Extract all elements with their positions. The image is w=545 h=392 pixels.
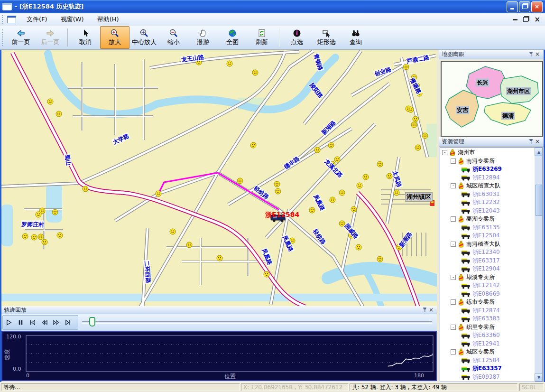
vehicle-smiley-marker[interactable] [38,234,44,240]
toolbar-button-cancel[interactable]: 取消 [71,26,100,49]
vehicle-smiley-marker[interactable] [196,59,202,65]
toolbar-button-prev-page[interactable]: 前一页 [6,26,36,49]
playback-skip-end-button[interactable] [62,317,74,328]
vehicle-smiley-marker[interactable] [422,133,428,139]
vehicle-smiley-marker[interactable] [394,190,399,196]
mdi-child-icon[interactable] [7,16,16,23]
vehicle-smiley-marker[interactable] [156,191,161,196]
vehicle-smiley-marker[interactable] [339,221,345,226]
vehicle-smiley-marker[interactable] [57,233,63,238]
menu-help[interactable]: 帮助(H) [91,14,126,25]
scroll-up-button[interactable]: ▲ [535,148,543,156]
playback-skip-start-button[interactable] [27,317,38,328]
pin-icon[interactable] [527,138,534,145]
toolbar-button-zoom-out[interactable]: 缩小 [159,26,188,49]
eagle-eye-map[interactable]: 长兴 湖州市区 安吉 德清 [441,61,543,137]
tree-vehicle[interactable]: 浙E12894 [440,174,534,182]
tree-group-4[interactable]: -埭溪专卖所 [440,273,534,282]
vehicle-smiley-marker[interactable] [217,255,222,261]
toolbar-button-refresh[interactable]: 刷新 [247,26,277,49]
tree-vehicle[interactable]: 浙E12043 [440,207,534,215]
tree-vehicle[interactable]: 浙E12904 [440,265,534,273]
playback-fast-forward-button[interactable] [50,317,62,328]
tree-vehicle[interactable]: 浙E63383 [440,315,534,323]
vehicle-smiley-marker[interactable] [377,161,383,167]
tree-vehicle[interactable]: 浙E12941 [440,340,534,348]
mdi-close-button[interactable]: × [534,17,540,22]
tree-vehicle[interactable]: 浙E63135 [440,224,534,232]
tree-group-6[interactable]: -织里专卖所 [440,323,534,332]
tree-vehicle[interactable]: 浙E63357 [440,364,534,373]
playback-rewind-button[interactable] [38,317,50,328]
vehicle-smiley-marker[interactable] [274,181,280,187]
scroll-down-button[interactable]: ▼ [535,373,543,382]
vehicle-smiley-marker[interactable] [377,256,383,262]
tree-group-3[interactable]: -南浔稽查大队 [440,240,534,249]
vehicle-smiley-marker[interactable] [31,234,37,240]
close-button[interactable]: × [531,1,543,12]
vehicle-smiley-marker[interactable] [330,197,335,203]
vehicle-smiley-marker[interactable] [416,91,422,96]
tree-vehicle[interactable]: 浙E63317 [440,257,534,265]
vehicle-smiley-marker[interactable] [408,107,414,112]
toolbar-grip[interactable] [2,29,4,46]
tree-scrollbar[interactable]: ▲ ▼ [535,148,542,382]
tree-vehicle[interactable]: 浙E12504 [440,232,534,240]
tree-expander[interactable]: - [451,349,456,355]
vehicle-smiley-marker[interactable] [413,116,418,122]
vehicle-smiley-marker[interactable] [339,190,345,196]
tree-expander[interactable]: - [451,216,456,222]
tree-group-1[interactable]: -城区稽查大队 [440,182,534,190]
tree-expander[interactable]: - [442,150,447,155]
vehicle-smiley-marker[interactable] [356,244,361,250]
map-canvas[interactable]: 龙王山路青铜路陵阳路创业路芦塘二路潘塘路新湖路德丰路龙溪北路轻纺路轻纺路凤凰路凤… [1,49,437,307]
toolbar-button-pan[interactable]: 漫游 [188,26,218,49]
minimize-button[interactable] [507,1,518,12]
vehicle-smiley-marker[interactable] [42,239,47,245]
vehicle-smiley-marker[interactable] [414,83,420,89]
tree-vehicle[interactable]: 浙E12874 [440,307,534,315]
tree-vehicle[interactable]: 浙E12584 [440,356,534,365]
toolbar-button-rect-select[interactable]: 矩形选 [312,26,341,49]
playback-play-button[interactable] [3,317,15,328]
close-icon[interactable]: × [534,51,541,57]
vehicle-smiley-marker[interactable] [309,207,315,213]
vehicle-smiley-marker[interactable] [349,233,354,238]
vehicle-smiley-marker[interactable] [328,142,334,148]
vehicle-smiley-marker[interactable] [334,157,340,162]
vehicle-smiley-marker[interactable] [363,174,369,180]
tree-vehicle[interactable]: 浙E12340 [440,248,534,257]
mdi-minimize-button[interactable] [513,19,517,20]
mdi-restore-button[interactable] [523,17,528,22]
tree-group-2[interactable]: -菱湖专卖所 [440,215,534,224]
toolbar-button-full-map[interactable]: 全图 [218,26,247,49]
title-bar[interactable]: - [浙E12584 历史轨迹] × [0,0,545,13]
tree-expander[interactable]: - [451,299,456,305]
tree-vehicle[interactable]: 浙E63269 [440,165,534,174]
pin-icon[interactable] [527,51,534,57]
tree-expander[interactable]: - [451,275,456,280]
tree-vehicle[interactable]: 浙E12232 [440,198,534,207]
vehicle-smiley-marker[interactable] [237,178,243,184]
vehicle-smiley-marker[interactable] [250,142,256,148]
tree-group-5[interactable]: -练市专卖所 [440,298,534,307]
pin-icon[interactable] [421,307,428,313]
vehicle-smiley-marker[interactable] [396,244,402,250]
vehicle-smiley-marker[interactable] [22,233,28,239]
tree-root[interactable]: -湖州市 [440,149,534,157]
tree-vehicle[interactable]: 浙E09387 [440,373,534,382]
vehicle-smiley-marker[interactable] [415,145,421,150]
toolbar-button-next-page[interactable]: 后一页 [36,26,65,49]
vehicle-smiley-marker[interactable] [83,186,88,192]
tree-vehicle[interactable]: 浙E63360 [440,331,534,340]
tree-expander[interactable]: - [451,159,456,164]
tree-vehicle[interactable]: 浙E08669 [440,290,534,299]
toolbar-button-query[interactable]: 查询 [341,26,370,49]
menubar-grip[interactable] [2,15,4,24]
vehicle-smiley-marker[interactable] [275,188,281,194]
vehicle-smiley-marker[interactable] [52,209,58,215]
vehicle-smiley-marker[interactable] [410,196,416,202]
playback-pause-button[interactable] [15,317,27,328]
vehicle-smiley-marker[interactable] [47,99,53,104]
toolbar-button-zoom-in[interactable]: 放大 [100,26,129,49]
